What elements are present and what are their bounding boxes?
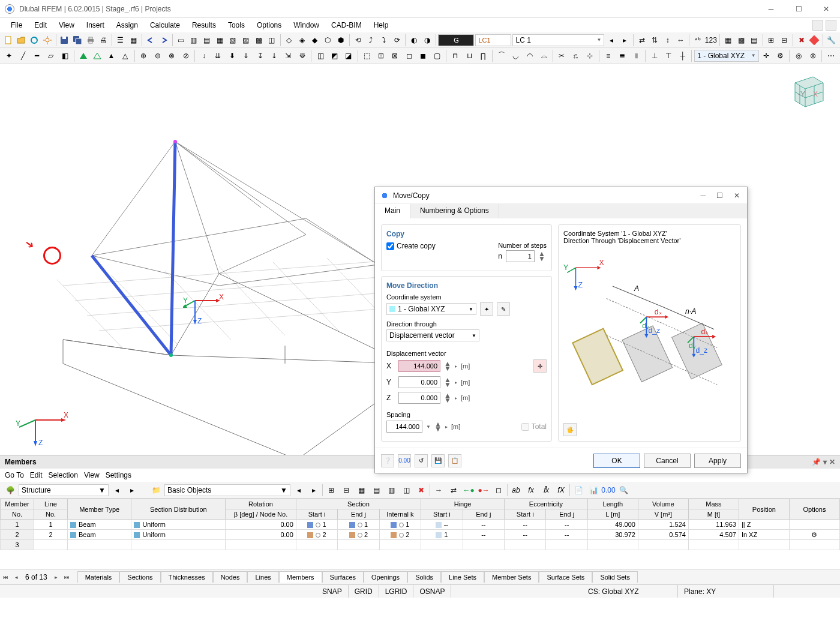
spacing-spinner[interactable]: ▲▼	[434, 422, 442, 431]
ins-b2-icon[interactable]: ⇊	[212, 49, 224, 62]
pt-fx2-icon[interactable]: fx	[524, 484, 538, 497]
menu-help[interactable]: Help	[369, 19, 394, 31]
spacing-menu-icon[interactable]: ▸	[445, 424, 448, 430]
total-checkbox[interactable]: Total	[521, 422, 547, 431]
ins-a2-icon[interactable]: ⊖	[151, 49, 164, 62]
solid-icon[interactable]: ◧	[59, 49, 71, 62]
pt-fx3-icon[interactable]: f̄x	[539, 484, 553, 497]
illus-action-button[interactable]: 🖐	[563, 423, 577, 436]
ins-i2-icon[interactable]: ⊤	[662, 49, 675, 62]
th-mass[interactable]: Mass	[688, 499, 739, 509]
panel-combo-structure[interactable]: Structure▼	[19, 484, 109, 496]
tb-j1-icon[interactable]: ◐	[408, 34, 420, 47]
btab-surfacesets[interactable]: Surface Sets	[539, 571, 592, 583]
line-icon[interactable]: ╱	[16, 49, 29, 62]
pmenu-view[interactable]: View	[84, 471, 100, 479]
tb-l1-icon[interactable]: ᵃᵇ	[692, 34, 704, 47]
nav-prev-icon[interactable]: ◂	[11, 574, 22, 580]
members-table[interactable]: Member Line Member Type Section Distribu…	[0, 499, 840, 550]
cs-select[interactable]: 1 - Global XYZ▼	[386, 303, 476, 315]
spacing-input[interactable]: 144.000	[386, 421, 422, 433]
ins-i1-icon[interactable]: ⊥	[648, 49, 661, 62]
lc-combo[interactable]: LC 1▼	[512, 34, 604, 46]
menu-file[interactable]: File	[6, 19, 27, 31]
ins-h2-icon[interactable]: ≣	[616, 49, 628, 62]
btab-solids[interactable]: Solids	[407, 571, 441, 583]
tb-k3-icon[interactable]: ↕	[662, 34, 674, 47]
ins-d4-icon[interactable]: ◻	[403, 49, 415, 62]
more-icon[interactable]: ⋯	[824, 49, 837, 62]
cs-axis-icon[interactable]: ✛	[760, 49, 773, 62]
panel-close-icon[interactable]: ✕	[829, 458, 835, 466]
cs-edit-button[interactable]: ✎	[497, 302, 510, 316]
y-menu-icon[interactable]: ▸	[455, 380, 457, 385]
tb-m2-icon[interactable]: ▩	[735, 34, 747, 47]
ins-j1-icon[interactable]: ◎	[792, 49, 805, 62]
support3-icon[interactable]: ▲	[105, 49, 118, 62]
tb-h3-icon[interactable]: ◆	[309, 34, 321, 47]
tb-h5-icon[interactable]: ⬢	[335, 34, 347, 47]
pmenu-selection[interactable]: Selection	[49, 471, 78, 479]
pmenu-edit[interactable]: Edit	[30, 471, 43, 479]
th-ecc[interactable]: Eccentricity	[505, 499, 588, 509]
x-spinner[interactable]: ▲▼	[444, 361, 451, 371]
menu-cadbim[interactable]: CAD-BIM	[326, 19, 367, 31]
menu-tools[interactable]: Tools	[223, 19, 250, 31]
tb-g6-icon[interactable]: ▨	[240, 34, 252, 47]
btab-nodes[interactable]: Nodes	[213, 571, 248, 583]
z-input[interactable]: 0.000	[398, 392, 440, 404]
pt-c2-icon[interactable]: 📊	[587, 484, 600, 497]
btab-surfaces[interactable]: Surfaces	[322, 571, 364, 583]
ins-b7-icon[interactable]: ⇲	[282, 49, 295, 62]
ins-f3-icon[interactable]: ◠	[523, 49, 536, 62]
th-member[interactable]: Member	[1, 499, 34, 509]
th-rot[interactable]: Rotation	[226, 499, 296, 509]
y-input[interactable]: 0.000	[398, 376, 440, 388]
tb-g2-icon[interactable]: ▥	[188, 34, 200, 47]
pt-c4-icon[interactable]: 🔍	[617, 484, 630, 497]
tb-g8-icon[interactable]: ◫	[266, 34, 278, 47]
nav-last-icon[interactable]: ⏭	[62, 574, 73, 580]
tb-g5-icon[interactable]: ▧	[227, 34, 239, 47]
tab-main[interactable]: Main	[375, 204, 410, 218]
nav-first-icon[interactable]: ⏮	[0, 574, 11, 580]
ins-d2-icon[interactable]: ⊡	[374, 49, 387, 62]
pt-a2-icon[interactable]: ⊟	[340, 484, 353, 497]
tb-m1-icon[interactable]: ▦	[722, 34, 734, 47]
btab-materials[interactable]: Materials	[77, 571, 120, 583]
ins-b1-icon[interactable]: ↓	[197, 49, 210, 62]
create-copy-checkbox[interactable]: Create copy	[386, 242, 436, 250]
pt-c3-icon[interactable]: 0.00	[602, 484, 615, 497]
prev-lc-icon[interactable]: ◂	[605, 34, 617, 47]
th-hinge[interactable]: Hinge	[421, 499, 505, 509]
th-len[interactable]: Length	[587, 499, 638, 509]
minimize-button[interactable]: ─	[757, 0, 785, 18]
tb-n1-icon[interactable]: ⊞	[766, 34, 778, 47]
pt-a5-icon[interactable]: ▥	[385, 484, 398, 497]
tb-g7-icon[interactable]: ▩	[253, 34, 265, 47]
view-cube[interactable]: -Y X	[786, 70, 828, 112]
ins-h3-icon[interactable]: ⫴	[630, 49, 643, 62]
ins-d1-icon[interactable]: ⬚	[361, 49, 373, 62]
menu-view[interactable]: View	[54, 19, 79, 31]
ins-c3-icon[interactable]: ◪	[342, 49, 355, 62]
pmenu-goto[interactable]: Go To	[5, 471, 24, 479]
tb-o2-icon[interactable]	[808, 34, 820, 47]
nav-next-icon[interactable]: ▸	[51, 574, 62, 580]
btab-solidsets[interactable]: Solid Sets	[592, 571, 638, 583]
save-all-icon[interactable]	[71, 34, 83, 47]
tb-m3-icon[interactable]: ▤	[748, 34, 760, 47]
btab-membersets[interactable]: Member Sets	[484, 571, 539, 583]
undo-icon[interactable]	[145, 34, 157, 47]
ins-b6-icon[interactable]: ⤓	[268, 49, 280, 62]
close-button[interactable]: ✕	[812, 0, 840, 18]
tb-j2-icon[interactable]: ◑	[421, 34, 433, 47]
tb-i4-icon[interactable]: ⟳	[391, 34, 403, 47]
steps-input[interactable]: 1	[506, 250, 535, 262]
pick-point-button[interactable]: ✛	[533, 359, 547, 373]
x-menu-icon[interactable]: ▸	[455, 364, 457, 369]
panel-dock-icon[interactable]: ▾	[823, 458, 827, 466]
pt-next-icon[interactable]: ▸	[125, 484, 139, 497]
pt-b1-icon[interactable]: →	[432, 484, 445, 497]
restore-down-icon[interactable]	[812, 20, 823, 31]
